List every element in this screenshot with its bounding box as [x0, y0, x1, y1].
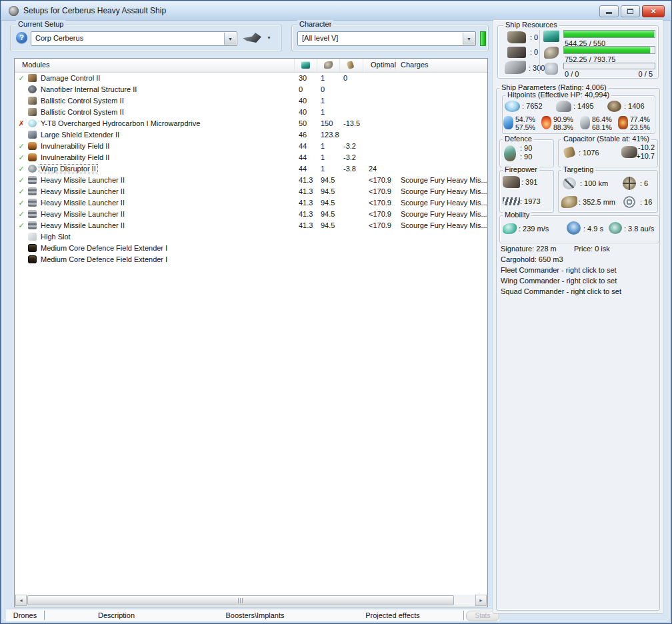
setup-select-value: Corp Cerberus — [35, 34, 83, 42]
module-row[interactable]: ✓Damage Control II3010 — [15, 73, 487, 84]
fleet-commander-text[interactable]: Fleet Commander - right click to set — [501, 266, 617, 274]
module-cpu-value: 41.3 — [299, 199, 313, 207]
scrollbar-thumb[interactable] — [27, 595, 454, 605]
chevron-down-icon[interactable]: ▼ — [463, 33, 475, 45]
module-optimal-value: <170.9 — [369, 210, 391, 218]
module-row[interactable]: ✓Warp Disruptor II441-3.824 — [15, 163, 487, 175]
horizontal-scrollbar[interactable]: ◄ ► — [15, 595, 487, 606]
hitpoints-group: Hitpoints (Effective HP: 40,994) : 7652 … — [502, 95, 655, 134]
module-cpu-value: 44 — [299, 142, 307, 150]
explosive-resist-icon — [618, 116, 628, 129]
mobility-label: Mobility — [503, 211, 531, 219]
fitted-ok-icon: ✓ — [17, 209, 26, 219]
close-button[interactable]: × — [642, 5, 665, 17]
module-cpu-value: 41.3 — [299, 176, 313, 184]
wing-commander-text[interactable]: Wing Commander - right click to set — [501, 277, 617, 285]
module-row[interactable]: ✓Invulnerability Field II441-3.2 — [15, 152, 487, 163]
column-powergrid[interactable] — [317, 59, 340, 72]
align-time-value: : 4.9 s — [583, 225, 603, 233]
modules-list: Modules Optimal Charges ✓Damage Control … — [14, 58, 488, 607]
hitpoints-label: Hitpoints (Effective HP: 40,994) — [505, 91, 611, 99]
module-pg-value: 94.5 — [321, 176, 335, 184]
module-charges-value: Scourge Fury Heavy Mis... — [401, 199, 487, 207]
cargohold-text: Cargohold: 650 m3 — [501, 255, 563, 263]
column-modules-label: Modules — [22, 61, 50, 69]
module-row[interactable]: Medium Core Defence Field Extender I — [15, 254, 487, 265]
setup-select[interactable]: Corp Cerberus ▼ — [31, 31, 237, 46]
help-button[interactable]: ? — [16, 32, 27, 43]
fitted-ok-icon: ✓ — [17, 186, 26, 197]
module-row[interactable]: Ballistic Control System II401 — [15, 95, 487, 107]
column-optimal[interactable]: Optimal — [363, 59, 396, 72]
tab-boosters-implants[interactable]: Boosters\Implants — [189, 610, 321, 621]
module-name: Heavy Missile Launcher II — [39, 221, 126, 229]
targeting-range-icon — [563, 177, 576, 189]
minimize-button[interactable] — [599, 5, 619, 17]
module-row[interactable]: Ballistic Control System II401 — [15, 107, 487, 118]
titlebar[interactable]: Setups for Cerberus Heavy Assault Ship × — [1, 1, 671, 21]
ship-browser-button[interactable] — [243, 33, 261, 43]
column-charges[interactable]: Charges — [396, 59, 487, 72]
character-select[interactable]: [All level V] ▼ — [297, 31, 476, 46]
ballistic-control-icon — [28, 97, 37, 105]
chevron-down-icon[interactable]: ▼ — [224, 33, 236, 45]
max-targets-value: : 6 — [640, 179, 648, 187]
module-row[interactable]: ✗Y-T8 Overcharged Hydrocarbon I Microwar… — [15, 118, 487, 129]
module-row[interactable]: ✓Invulnerability Field II441-3.2 — [15, 141, 487, 152]
fitted-ok-icon: ✓ — [17, 141, 26, 151]
module-rows: ✓Damage Control II3010Nanofiber Internal… — [15, 73, 487, 265]
powergrid-icon — [324, 61, 333, 69]
module-row[interactable]: Medium Core Defence Field Extender I — [15, 243, 487, 254]
module-row[interactable]: ✓Heavy Missile Launcher II41.394.5<170.9… — [15, 220, 487, 231]
window-title: Setups for Cerberus Heavy Assault Ship — [23, 6, 166, 15]
powergrid-bar — [563, 46, 655, 54]
module-name: Heavy Missile Launcher II — [39, 187, 126, 195]
max-targets-icon — [623, 177, 636, 190]
volley-value: : 391 — [521, 178, 537, 186]
squad-commander-text[interactable]: Squad Commander - right click to set — [501, 287, 621, 295]
module-cap-value: -3.2 — [343, 153, 356, 161]
tab-separator — [463, 611, 464, 620]
column-capacitor[interactable] — [340, 59, 363, 72]
module-row[interactable]: ✓Heavy Missile Launcher II41.394.5<170.9… — [15, 186, 487, 197]
tab-drones[interactable]: Drones — [6, 610, 44, 621]
turret-hardpoints-icon — [507, 31, 526, 43]
capacitor-label: Capacitor (Stable at: 41%) — [561, 135, 651, 143]
price-text: Price: 0 isk — [574, 245, 610, 253]
module-row[interactable]: Large Shield Extender II46123.8 — [15, 129, 487, 141]
scroll-left-icon[interactable]: ◄ — [15, 595, 27, 606]
scan-resolution-value: : 16 — [640, 198, 652, 206]
signature-resolution-icon — [561, 196, 577, 208]
module-row[interactable]: ✓Heavy Missile Launcher II41.394.5<170.9… — [15, 197, 487, 209]
volley-icon — [503, 176, 520, 188]
missile-launcher-icon — [28, 187, 37, 195]
armor-hp-value: : 1495 — [573, 102, 594, 110]
ship-info-panel: Ship Resources : 0 : 0 : 300 544.25 / 55… — [493, 19, 663, 614]
module-row[interactable]: ✓Heavy Missile Launcher II41.394.5<170.9… — [15, 175, 487, 186]
ship-browser-caret-icon[interactable]: ▼ — [267, 35, 271, 40]
powergrid-icon — [544, 47, 559, 59]
fitted-ok-icon: ✓ — [17, 175, 26, 185]
character-label: Character — [297, 20, 333, 28]
launcher-hardpoints-icon — [507, 47, 526, 58]
module-row[interactable]: High Slot — [15, 231, 487, 243]
tab-description[interactable]: Description — [45, 610, 188, 621]
minimize-icon — [606, 12, 612, 14]
module-charges-value: Scourge Fury Heavy Mis... — [401, 210, 487, 218]
module-row[interactable]: Nanofiber Internal Structure II00 — [15, 84, 487, 95]
column-cpu[interactable] — [295, 59, 317, 72]
module-cpu-value: 50 — [299, 119, 307, 127]
module-row[interactable]: ✓Heavy Missile Launcher II41.394.5<170.9… — [15, 209, 487, 220]
scroll-right-icon[interactable]: ► — [475, 595, 487, 606]
tab-projected-effects[interactable]: Projected effects — [322, 610, 463, 621]
maximize-button[interactable] — [621, 5, 640, 17]
module-pg-value: 1 — [321, 97, 325, 105]
module-pg-value: 1 — [321, 142, 325, 150]
column-modules[interactable]: Modules — [15, 59, 295, 72]
missile-launcher-icon — [28, 210, 37, 218]
signature-text: Signature: 228 m — [501, 245, 557, 253]
warp-speed-icon — [609, 222, 622, 234]
module-name: Large Shield Extender II — [39, 131, 121, 139]
drone-bar — [563, 63, 655, 69]
ship-parameters-group: Ship Parameters (Rating: 4,006) Hitpoint… — [496, 88, 660, 611]
